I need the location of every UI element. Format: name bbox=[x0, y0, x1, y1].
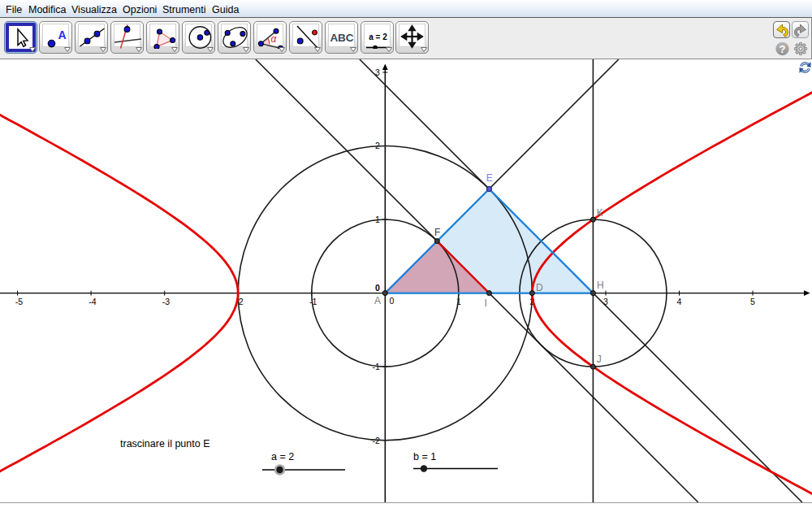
svg-text:A: A bbox=[58, 28, 67, 41]
svg-text:a = 2: a = 2 bbox=[271, 451, 294, 462]
svg-text:0: 0 bbox=[390, 296, 395, 306]
svg-text:J: J bbox=[597, 354, 602, 365]
svg-text:-3: -3 bbox=[162, 297, 170, 306]
svg-text:-4: -4 bbox=[89, 297, 96, 306]
svg-text:I: I bbox=[485, 297, 487, 309]
svg-text:F: F bbox=[434, 227, 440, 238]
svg-text:K: K bbox=[597, 207, 603, 219]
svg-text:D: D bbox=[536, 282, 543, 293]
svg-text:α: α bbox=[270, 33, 277, 45]
svg-text:a = 2: a = 2 bbox=[369, 33, 387, 41]
svg-text:0: 0 bbox=[375, 283, 380, 293]
svg-text:b = 1: b = 1 bbox=[413, 451, 436, 462]
svg-text:A: A bbox=[374, 295, 381, 306]
svg-text:ABC: ABC bbox=[330, 32, 353, 44]
svg-text:H: H bbox=[597, 280, 604, 291]
svg-text:E: E bbox=[486, 172, 493, 184]
svg-text:-5: -5 bbox=[15, 297, 23, 306]
svg-text:4: 4 bbox=[677, 297, 682, 306]
svg-text:trascinare il punto E: trascinare il punto E bbox=[120, 438, 209, 449]
svg-text:?: ? bbox=[780, 42, 786, 54]
svg-text:5: 5 bbox=[750, 297, 755, 306]
